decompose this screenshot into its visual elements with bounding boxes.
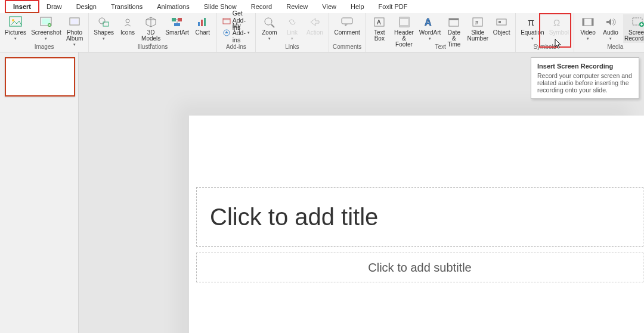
- action-icon: [308, 15, 321, 29]
- group-addins-label: Add-ins: [226, 43, 246, 51]
- comment-label: Comment: [334, 30, 360, 36]
- link-label: Link: [287, 30, 298, 36]
- header-footer-label: Header & Footer: [393, 30, 414, 48]
- addins-icon: [222, 29, 231, 37]
- calendar-icon: [447, 15, 460, 29]
- datetime-button[interactable]: Date & Time: [444, 14, 464, 49]
- slide-number-button[interactable]: # Slide Number: [466, 14, 489, 43]
- symbol-button[interactable]: Ω Symbol: [548, 14, 570, 37]
- my-addins-label: My Add-ins: [233, 22, 246, 43]
- svg-text:A: A: [377, 19, 381, 26]
- icons-button[interactable]: Icons: [117, 14, 138, 37]
- svg-rect-11: [178, 18, 182, 21]
- 3d-models-button[interactable]: 3D Models ▾: [140, 14, 162, 48]
- chevron-down-icon: ▾: [73, 43, 76, 46]
- svg-text:A: A: [425, 17, 432, 27]
- smartart-icon: [171, 15, 184, 29]
- group-text-label: Text: [435, 43, 446, 51]
- chart-icon: [196, 15, 209, 29]
- svg-point-7: [99, 18, 105, 24]
- comment-button[interactable]: Comment: [333, 14, 361, 37]
- svg-rect-10: [172, 18, 176, 21]
- svg-rect-16: [223, 18, 230, 24]
- wordart-label: WordArt: [419, 30, 441, 36]
- header-footer-button[interactable]: Header & Footer: [392, 14, 416, 49]
- group-symbols: π Equation ▾ Ω Symbol Symbols: [516, 13, 574, 52]
- screenshot-button[interactable]: Screenshot ▾: [30, 14, 62, 42]
- slide-thumbnail-pane: [0, 52, 79, 333]
- group-links-label: Links: [285, 43, 299, 51]
- smartart-label: SmartArt: [165, 30, 188, 36]
- zoom-button[interactable]: Zoom ▾: [259, 14, 280, 42]
- wordart-icon: A: [423, 15, 436, 29]
- chevron-down-icon: ▾: [14, 37, 17, 41]
- action-button[interactable]: Action: [305, 14, 325, 37]
- store-icon: [222, 16, 231, 24]
- ribbon: Pictures ▾ Screenshot ▾ Photo Album ▾ Im…: [0, 13, 644, 52]
- textbox-button[interactable]: A Text Box: [369, 14, 389, 43]
- video-button[interactable]: Video ▾: [578, 14, 598, 42]
- link-button[interactable]: Link ▾: [282, 14, 302, 42]
- object-label: Object: [493, 30, 510, 36]
- chevron-down-icon: ▾: [103, 37, 105, 41]
- symbol-icon: Ω: [552, 15, 565, 29]
- chevron-down-icon: ▾: [268, 37, 271, 41]
- subtitle-placeholder[interactable]: Click to add subtitle: [196, 253, 643, 282]
- photo-album-icon: [68, 15, 81, 29]
- chart-button[interactable]: Chart: [193, 14, 213, 37]
- audio-icon: [604, 15, 617, 29]
- slide-thumbnail-1[interactable]: [5, 57, 75, 97]
- svg-rect-19: [342, 18, 352, 24]
- chevron-down-icon: ▾: [429, 37, 431, 41]
- screen-recording-button[interactable]: Screen Recording: [623, 14, 644, 43]
- svg-rect-6: [71, 19, 78, 24]
- tab-draw[interactable]: Draw: [39, 1, 69, 12]
- object-button[interactable]: Object: [491, 14, 512, 37]
- title-placeholder-text: Click to add title: [210, 204, 378, 231]
- tooltip-body: Record your computer screen and related …: [537, 72, 633, 94]
- screenshot-label: Screenshot: [31, 30, 61, 36]
- tooltip-title: Insert Screen Recording: [537, 63, 633, 70]
- svg-rect-31: [499, 21, 501, 23]
- ribbon-tabs: Insert Draw Design Transitions Animation…: [0, 0, 644, 13]
- svg-rect-12: [174, 23, 180, 26]
- pictures-label: Pictures: [5, 30, 26, 36]
- svg-rect-30: [497, 19, 506, 25]
- audio-label: Audio: [603, 30, 618, 36]
- cube-icon: [144, 15, 157, 29]
- textbox-icon: A: [373, 15, 386, 29]
- tooltip-screen-recording: Insert Screen Recording Record your comp…: [531, 57, 639, 99]
- tab-review[interactable]: Review: [279, 1, 315, 12]
- smartart-button[interactable]: SmartArt: [164, 14, 190, 37]
- tab-animations[interactable]: Animations: [150, 1, 196, 12]
- svg-text:Ω: Ω: [553, 17, 560, 27]
- svg-point-18: [265, 18, 272, 25]
- svg-text:π: π: [528, 17, 534, 27]
- tab-transitions[interactable]: Transitions: [104, 1, 150, 12]
- tab-foxit[interactable]: Foxit PDF: [371, 1, 415, 12]
- my-addins-button[interactable]: My Add-ins ▾: [221, 27, 252, 39]
- header-footer-icon: [398, 15, 411, 29]
- tab-help[interactable]: Help: [343, 1, 371, 12]
- slide-number-label: Slide Number: [467, 30, 489, 42]
- tab-insert[interactable]: Insert: [5, 0, 39, 13]
- photo-album-button[interactable]: Photo Album ▾: [64, 14, 85, 48]
- link-icon: [286, 15, 299, 29]
- svg-rect-24: [400, 25, 409, 27]
- tab-view[interactable]: View: [315, 1, 343, 12]
- svg-rect-35: [583, 18, 584, 26]
- audio-button[interactable]: Audio ▾: [600, 14, 621, 42]
- title-placeholder[interactable]: Click to add title: [196, 187, 643, 247]
- equation-button[interactable]: π Equation ▾: [519, 14, 545, 42]
- wordart-button[interactable]: A WordArt ▾: [419, 14, 442, 42]
- pictures-button[interactable]: Pictures ▾: [4, 14, 27, 42]
- svg-rect-23: [400, 17, 409, 19]
- tab-design[interactable]: Design: [69, 1, 104, 12]
- svg-rect-14: [201, 20, 203, 26]
- shapes-button[interactable]: Shapes ▾: [92, 14, 115, 42]
- video-icon: [581, 15, 595, 29]
- equation-icon: π: [526, 15, 539, 29]
- slide[interactable]: Click to add title Click to add subtitle: [189, 116, 644, 333]
- svg-rect-15: [204, 18, 206, 26]
- group-illustrations: Shapes ▾ Icons 3D Models ▾ SmartArt Char…: [89, 13, 217, 52]
